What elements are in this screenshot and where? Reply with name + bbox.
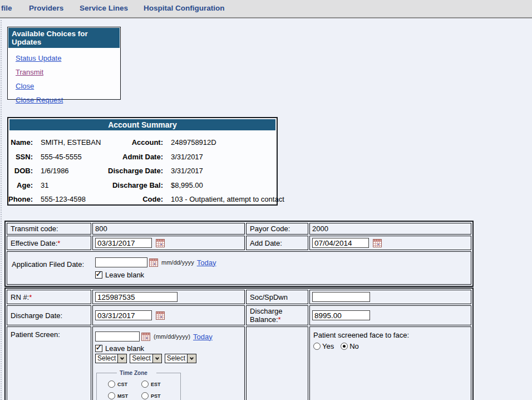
status-update-link[interactable]: Status Update <box>16 54 61 62</box>
time-zone-legend: Time Zone <box>117 370 156 376</box>
leave-blank-label: Leave blank <box>105 271 144 279</box>
calendar-icon[interactable] <box>149 258 158 267</box>
discharge-bal-label: Discharge Bal: <box>102 181 163 189</box>
admit-date-value: 3/31/2017 <box>163 153 277 161</box>
code-label: Code: <box>102 195 163 203</box>
top-navbar: file Providers Service Lines Hospital Co… <box>0 0 532 18</box>
choices-link-list: Status Update Transmit Close Close Reque… <box>8 48 120 104</box>
account-summary-panel: Account Summary Name: SMITH, ESTEBAN Acc… <box>7 117 278 206</box>
effective-date-label: Effective Date: <box>11 239 57 247</box>
nav-item-service-lines[interactable]: Service Lines <box>80 4 128 12</box>
patient-screen-select-2[interactable]: Select <box>130 354 161 363</box>
patient-screen-select-3[interactable]: Select <box>165 354 196 363</box>
timezone-cst-radio[interactable] <box>108 381 115 388</box>
screened-no-radio[interactable] <box>341 343 348 350</box>
discharge-date-field-label: Discharge Date: <box>11 311 62 320</box>
today-link[interactable]: Today <box>197 258 216 267</box>
age-label: Age: <box>8 181 33 189</box>
account-row: DOB: 1/6/1986 Discharge Date: 3/31/2017 <box>8 164 277 178</box>
empty-cell <box>246 326 308 400</box>
calendar-icon[interactable] <box>141 333 150 341</box>
dropdown-arrow-icon <box>117 354 126 363</box>
leave-blank-checkbox[interactable] <box>95 271 102 279</box>
account-row: Age: 31 Discharge Bal: $8,995.00 <box>8 178 277 193</box>
add-date-label: Add Date: <box>250 239 282 247</box>
account-row: SSN: 555-45-5555 Admit Date: 3/31/2017 <box>8 150 277 164</box>
transmit-link[interactable]: Transmit <box>16 68 43 76</box>
nav-item-file[interactable]: file <box>1 4 12 12</box>
payor-code-value: 2000 <box>312 225 328 233</box>
rn-label: RN #: <box>11 293 29 301</box>
available-choices-panel: Available Choices for Updates Status Upd… <box>7 27 121 100</box>
admit-date-label: Admit Date: <box>102 153 163 161</box>
transmit-details-table: Transmit code: 800 Payor Code: 2000 Effe… <box>4 221 474 287</box>
phone-label: Phone: <box>8 195 33 203</box>
date-format-hint: mm/dd/yyyy <box>161 259 194 266</box>
soc-spdwn-label: Soc/SpDwn <box>250 293 288 301</box>
timezone-est-radio[interactable] <box>141 381 149 388</box>
screened-yes-radio[interactable] <box>313 343 321 350</box>
discharge-date-label: Discharge Date: <box>102 167 163 175</box>
discharge-bal-value: $8,995.00 <box>163 181 277 189</box>
account-row: Phone: 555-123-4598 Code: 103 - Outpatie… <box>8 192 277 207</box>
nav-item-hospital-configuration[interactable]: Hospital Configuration <box>144 4 225 12</box>
select-value: Select <box>96 354 117 363</box>
page: file Providers Service Lines Hospital Co… <box>0 0 532 400</box>
transmit-code-value: 800 <box>95 225 107 233</box>
rn-input[interactable] <box>95 292 178 302</box>
timezone-est-label: EST <box>151 382 161 387</box>
code-value: 103 - Outpatient, attempt to contact <box>163 195 284 203</box>
required-marker: * <box>29 293 32 301</box>
patient-screen-selects: Select Select Select <box>95 354 242 363</box>
required-marker: * <box>278 315 281 324</box>
name-label: Name: <box>8 138 33 147</box>
name-value: SMITH, ESTEBAN <box>33 138 102 147</box>
dob-label: DOB: <box>8 167 33 175</box>
account-summary-title: Account Summary <box>9 119 275 130</box>
select-value: Select <box>130 354 152 363</box>
effective-date-input[interactable] <box>95 238 152 248</box>
age-value: 31 <box>33 181 102 189</box>
available-choices-title: Available Choices for Updates <box>8 28 120 48</box>
leave-blank-checkbox[interactable] <box>95 345 102 352</box>
transmit-code-label: Transmit code: <box>11 225 58 233</box>
patient-screen-date-input[interactable] <box>95 331 140 342</box>
screened-yes-label: Yes <box>322 342 334 350</box>
today-link[interactable]: Today <box>193 333 213 341</box>
discharge-date-value: 3/31/2017 <box>163 167 277 175</box>
application-filed-date-input[interactable] <box>95 257 147 267</box>
timezone-mst-label: MST <box>117 393 128 399</box>
timezone-pst-radio[interactable] <box>141 392 149 399</box>
ssn-label: SSN: <box>8 153 33 161</box>
patient-screen-label: Patient Screen: <box>11 330 60 339</box>
close-request-link[interactable]: Close Request <box>16 96 63 104</box>
patient-screen-table: RN #:* Soc/SpDwn Discharge Date: Dischar… <box>4 287 474 400</box>
add-date-input[interactable] <box>312 238 369 248</box>
nav-item-providers[interactable]: Providers <box>29 4 63 12</box>
frame-divider <box>1 20 2 400</box>
time-zone-fieldset: Time Zone CST EST MST <box>96 370 181 400</box>
patient-screen-select-1[interactable]: Select <box>95 354 127 363</box>
discharge-balance-input[interactable] <box>312 310 370 320</box>
close-link[interactable]: Close <box>16 82 34 90</box>
account-summary-rows: Name: SMITH, ESTEBAN Account: 2489758912… <box>8 131 277 207</box>
dropdown-arrow-icon <box>187 354 196 363</box>
soc-spdwn-input[interactable] <box>312 292 370 302</box>
account-value: 2489758912D <box>163 138 277 147</box>
leave-blank-label: Leave blank <box>105 344 144 353</box>
timezone-mst-radio[interactable] <box>108 392 115 399</box>
date-format-hint: (mm/dd/yyyy) <box>154 333 190 340</box>
discharge-date-input[interactable] <box>95 310 152 320</box>
dob-value: 1/6/1986 <box>33 167 102 175</box>
select-value: Select <box>165 354 187 363</box>
phone-value: 555-123-4598 <box>33 195 102 203</box>
dropdown-arrow-icon <box>152 354 161 363</box>
calendar-icon[interactable] <box>156 311 165 320</box>
timezone-pst-label: PST <box>151 393 161 399</box>
calendar-icon[interactable] <box>156 239 165 247</box>
account-label: Account: <box>102 138 163 147</box>
screened-no-label: No <box>349 342 359 350</box>
calendar-icon[interactable] <box>373 239 382 247</box>
face-to-face-label: Patient screened face to face: <box>312 330 469 342</box>
application-filed-date-label: Application Filed Date: <box>12 257 95 269</box>
